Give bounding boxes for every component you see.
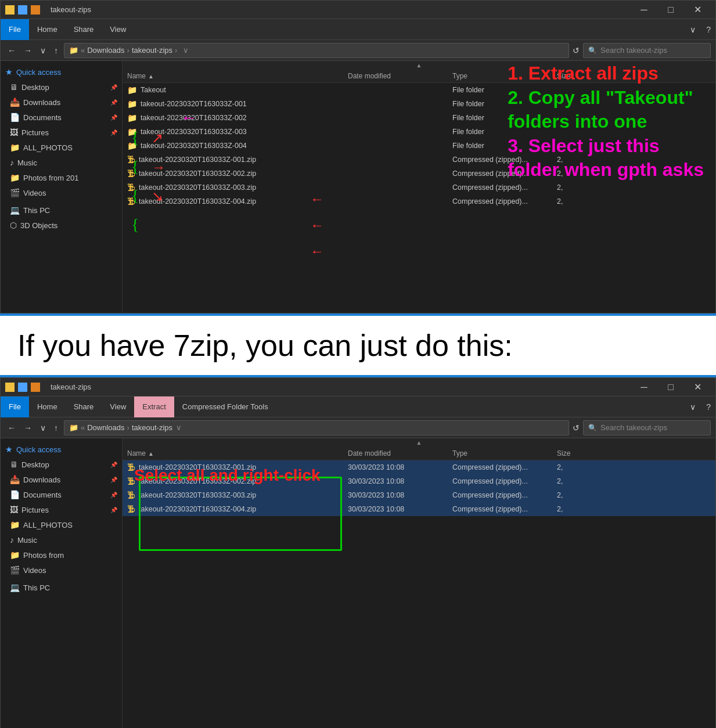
- bottom-ribbon-chevron[interactable]: ∨: [684, 402, 701, 412]
- path-downloads: Downloads: [87, 46, 124, 55]
- bottom-sidebar-pictures[interactable]: 🖼 Pictures 📌: [1, 502, 122, 517]
- up-button[interactable]: ↑: [52, 44, 60, 57]
- bottom-maximize-button[interactable]: □: [657, 378, 684, 397]
- bottom-sidebar-videos[interactable]: 🎬 Videos: [1, 563, 122, 578]
- sidebar-item-videos[interactable]: 🎬 Videos: [1, 185, 122, 200]
- bottom-sidebar-thispc[interactable]: 💻 This PC: [1, 580, 122, 595]
- table-row[interactable]: 🗜 takeout-20230320T163033Z-004.zip Compr…: [123, 194, 715, 208]
- sidebar-item-pictures[interactable]: 🖼 Pictures 📌: [1, 125, 122, 140]
- bottom-sidebar-allphotos[interactable]: 📁 ALL_PHOTOS: [1, 517, 122, 532]
- tab-file[interactable]: File: [1, 19, 29, 40]
- sidebar-item-music[interactable]: ♪ Music: [1, 155, 122, 170]
- bottom-tab-view[interactable]: View: [102, 397, 134, 417]
- instruction-text: If you have 7zip, you can just do this:: [17, 327, 699, 363]
- bottom-sidebar-music[interactable]: ♪ Music: [1, 532, 122, 547]
- sidebar-item-3dobjects[interactable]: ⬡ 3D Objects: [1, 218, 122, 233]
- bottom-col-name[interactable]: Name ▲: [123, 449, 343, 457]
- bottom-tab-home[interactable]: Home: [29, 397, 66, 417]
- bottom-sidebar-downloads[interactable]: 📥 Downloads 📌: [1, 472, 122, 487]
- bottom-search-placeholder: Search takeout-zips: [600, 423, 667, 432]
- sidebar-item-thispc[interactable]: 💻 This PC: [1, 203, 122, 218]
- file-size: 2,: [552, 183, 599, 192]
- zip-icon: 🗜: [127, 197, 135, 206]
- search-box[interactable]: 🔍 Search takeout-zips: [583, 43, 711, 58]
- bottom-search-box[interactable]: 🔍 Search takeout-zips: [583, 420, 711, 435]
- pin-icon4: 📌: [110, 129, 117, 136]
- table-row[interactable]: 🗜 takeout-20230320T163033Z-003.zip Compr…: [123, 181, 715, 194]
- sidebar-item-downloads[interactable]: 📥 Downloads 📌: [1, 95, 122, 110]
- refresh-button[interactable]: ↺: [573, 46, 580, 55]
- explorer-body: ★ Quick access 🖥 Desktop 📌 📥 Downloads 📌…: [1, 61, 715, 313]
- zip-icon: 🗜: [127, 183, 135, 192]
- bottom-tab-share[interactable]: Share: [66, 397, 102, 417]
- sidebar-item-documents[interactable]: 📄 Documents 📌: [1, 110, 122, 125]
- bottom-recent-button[interactable]: ∨: [38, 421, 48, 435]
- bottom-help-button[interactable]: ?: [701, 402, 715, 412]
- bottom-tab-extract[interactable]: Extract: [134, 397, 174, 417]
- bottom-up-button[interactable]: ↑: [52, 421, 60, 435]
- maximize-button[interactable]: □: [657, 1, 684, 19]
- col-header-date[interactable]: Date modified: [343, 72, 448, 80]
- sidebar-item-quick-access[interactable]: ★ Quick access: [1, 64, 122, 80]
- bottom-refresh-button[interactable]: ↺: [573, 423, 580, 433]
- sidebar-item-photos[interactable]: 📁 Photos from 201: [1, 170, 122, 185]
- bottom-forward-button[interactable]: →: [21, 421, 34, 435]
- path-dropdown[interactable]: ∨: [183, 46, 189, 55]
- col-header-name[interactable]: Name ▲: [123, 72, 343, 80]
- bottom-sidebar-documents[interactable]: 📄 Documents 📌: [1, 487, 122, 502]
- bottom-file-type: Compressed (zipped)...: [448, 463, 552, 471]
- bottom-back-button[interactable]: ←: [5, 421, 18, 435]
- bottom-sidebar-desktop[interactable]: 🖥 Desktop 📌: [1, 457, 122, 472]
- recent-button[interactable]: ∨: [38, 44, 48, 57]
- bottom-path-dropdown[interactable]: ∨: [176, 423, 182, 432]
- bottom-folder-icon: 📁: [10, 520, 20, 529]
- table-row[interactable]: 📁 Takeout File folder: [123, 83, 715, 97]
- forward-button[interactable]: →: [21, 44, 34, 57]
- bottom-table-row[interactable]: 🗜 takeout-20230320T163033Z-004.zip 30/03…: [123, 502, 715, 516]
- sidebar-item-desktop[interactable]: 🖥 Desktop 📌: [1, 80, 122, 95]
- tab-share[interactable]: Share: [66, 19, 102, 40]
- file-name: takeout-20230320T163033Z-004: [141, 142, 247, 150]
- close-button[interactable]: ✕: [684, 1, 711, 19]
- bottom-downloads-icon: 📥: [10, 475, 20, 484]
- sidebar: ★ Quick access 🖥 Desktop 📌 📥 Downloads 📌…: [1, 61, 123, 313]
- table-row[interactable]: 📁 takeout-20230320T163033Z-002 File fold…: [123, 111, 715, 125]
- tab-view[interactable]: View: [102, 19, 134, 40]
- help-button[interactable]: ?: [701, 25, 715, 34]
- minimize-button[interactable]: ─: [631, 1, 657, 19]
- bottom-minimize-button[interactable]: ─: [631, 378, 657, 397]
- col-header-type[interactable]: Type: [448, 72, 552, 80]
- bottom-file-type: Compressed (zipped)...: [448, 505, 552, 513]
- videos-icon: 🎬: [10, 188, 20, 197]
- bottom-file-date: 30/03/2023 10:08: [343, 505, 448, 513]
- back-button[interactable]: ←: [5, 44, 18, 57]
- music-icon: ♪: [10, 158, 14, 167]
- table-row[interactable]: 📁 takeout-20230320T163033Z-004 File fold…: [123, 139, 715, 153]
- bottom-sidebar-photos[interactable]: 📁 Photos from: [1, 547, 122, 563]
- bottom-table-row[interactable]: 🗜 takeout-20230320T163033Z-002.zip 30/03…: [123, 474, 715, 488]
- address-path[interactable]: 📁 « Downloads › takeout-zips › ∨: [64, 43, 569, 58]
- col-header-size[interactable]: Size: [552, 72, 599, 80]
- file-type: File folder: [448, 114, 552, 122]
- bottom-table-row[interactable]: 🗜 takeout-20230320T163033Z-003.zip 30/03…: [123, 488, 715, 502]
- window-controls: ─ □ ✕: [631, 1, 711, 19]
- table-row[interactable]: 📁 takeout-20230320T163033Z-001 File fold…: [123, 97, 715, 111]
- bottom-sidebar-quick-access[interactable]: ★ Quick access: [1, 442, 122, 457]
- bottom-col-size[interactable]: Size: [552, 449, 599, 457]
- table-row[interactable]: 🗜 takeout-20230320T163033Z-001.zip Compr…: [123, 153, 715, 167]
- bottom-address-path[interactable]: 📁 « Downloads › takeout-zips ∨: [64, 420, 569, 435]
- table-row[interactable]: 🗜 takeout-20230320T163033Z-002.zip Compr…: [123, 167, 715, 181]
- bottom-tab-compressed[interactable]: Compressed Folder Tools: [174, 397, 276, 417]
- bottom-col-date[interactable]: Date modified: [343, 449, 448, 457]
- folder-icon: 📁: [127, 113, 137, 122]
- tab-home[interactable]: Home: [29, 19, 66, 40]
- bottom-tab-file[interactable]: File: [1, 397, 29, 417]
- ribbon-chevron[interactable]: ∨: [684, 25, 701, 34]
- bottom-table-row[interactable]: 🗜 takeout-20230320T163033Z-001.zip 30/03…: [123, 460, 715, 474]
- table-row[interactable]: 📁 takeout-20230320T163033Z-003 File fold…: [123, 125, 715, 139]
- bottom-close-button[interactable]: ✕: [684, 378, 711, 397]
- sidebar-item-allphotos[interactable]: 📁 ALL_PHOTOS: [1, 140, 122, 155]
- quick-access-label: Quick access: [16, 68, 61, 77]
- videos-label: Videos: [23, 189, 46, 197]
- bottom-col-type[interactable]: Type: [448, 449, 552, 457]
